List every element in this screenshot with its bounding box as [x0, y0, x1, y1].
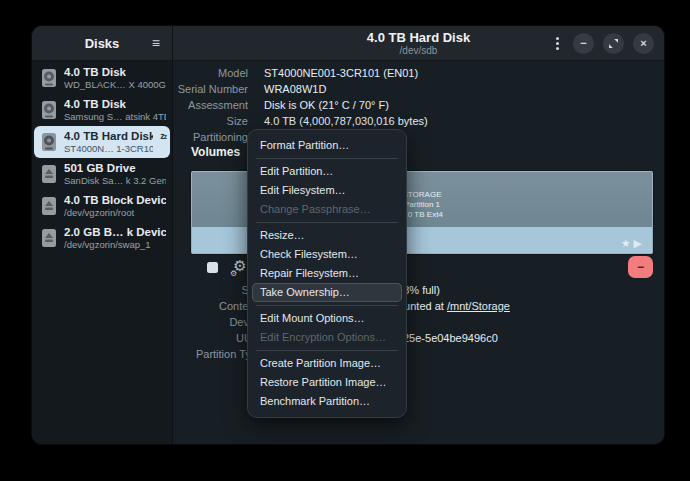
menu-item-resize[interactable]: Resize…	[248, 226, 406, 245]
sidebar-device-list: 4.0 TB Disk WD_BLACK… X 4000GB 4.0 TB Di…	[32, 61, 173, 444]
menu-item-benchmark-partition[interactable]: Benchmark Partition…	[248, 392, 406, 411]
menu-separator	[256, 305, 398, 306]
menu-item-edit-partition[interactable]: Edit Partition…	[248, 162, 406, 181]
screen: { "window": { "title": "4.0 TB Hard Disk…	[0, 0, 690, 481]
device-subtitle: ST4000N… 1-3CR101	[64, 143, 153, 154]
small-gear-icon: ⚙	[230, 269, 237, 278]
partitioning-label: Partitioning	[159, 130, 248, 144]
device-subtitle: SanDisk Sa… k 3.2 Gen1	[64, 175, 166, 186]
sidebar-item-disk-3-selected[interactable]: 4.0 TB Hard Disk ST4000N… 1-3CR101 zz	[34, 126, 170, 158]
device-title: 4.0 TB Block Device	[64, 194, 166, 207]
kebab-menu-icon[interactable]	[550, 33, 564, 53]
menu-item-edit-mount-options[interactable]: Edit Mount Options…	[248, 309, 406, 328]
model-label: Model	[159, 66, 248, 80]
device-subtitle: Samsung S… atsink 4TB	[64, 111, 166, 122]
star-icon: ★	[621, 237, 634, 249]
minimize-button[interactable]: −	[573, 33, 594, 54]
window-subtitle: /dev/sdb	[400, 45, 438, 56]
menu-item-repair-filesystem[interactable]: Repair Filesystem…	[248, 264, 406, 283]
menu-separator	[256, 158, 398, 159]
unmount-button[interactable]	[202, 257, 222, 277]
app-title: Disks	[85, 36, 120, 51]
block-device-icon	[41, 196, 57, 216]
menu-item-restore-partition-image[interactable]: Restore Partition Image…	[248, 373, 406, 392]
drive-detail-panel: Model ST4000NE001-3CR101 (EN01) Serial N…	[173, 61, 664, 444]
titlebar: Disks ≡ 4.0 TB Hard Disk /dev/sdb − ×	[32, 26, 664, 61]
sidebar-item-drive-501gb[interactable]: 501 GB Drive SanDisk Sa… k 3.2 Gen1	[34, 158, 170, 190]
sidebar-item-disk-1[interactable]: 4.0 TB Disk WD_BLACK… X 4000GB	[34, 62, 170, 94]
partition-context-menu: Format Partition… Edit Partition… Edit F…	[247, 129, 407, 418]
size-label: Size	[159, 114, 248, 128]
device-title: 4.0 TB Hard Disk	[64, 130, 153, 143]
serial-number-value: WRA08W1D	[264, 82, 326, 96]
main-header: 4.0 TB Hard Disk /dev/sdb − ×	[173, 26, 664, 60]
menu-item-check-filesystem[interactable]: Check Filesystem…	[248, 245, 406, 264]
maximize-button[interactable]	[603, 33, 624, 54]
disks-app-window: Disks ≡ 4.0 TB Hard Disk /dev/sdb − ×	[32, 26, 664, 444]
window-controls: − ×	[550, 26, 654, 60]
close-button[interactable]: ×	[633, 33, 654, 54]
serial-number-label: Serial Number	[159, 82, 248, 96]
menu-separator	[256, 222, 398, 223]
sidebar-item-disk-2[interactable]: 4.0 TB Disk Samsung S… atsink 4TB	[34, 94, 170, 126]
partition-state-icons: ★▶	[621, 237, 645, 250]
hard-disk-icon	[41, 68, 57, 88]
device-title: 2.0 GB B… k Device	[64, 226, 166, 239]
menu-item-change-passphrase: Change Passphrase…	[248, 200, 406, 219]
volume-contents-value-fragment: ounted at /mnt/Storage	[398, 299, 510, 313]
volume-uuid-value-fragment: 25e-5e04be9496c0	[403, 331, 498, 345]
device-subtitle: /dev/vgzorin/root	[64, 207, 166, 218]
assessment-value: Disk is OK (21° C / 70° F)	[264, 98, 389, 112]
sidebar-header: Disks ≡	[32, 26, 173, 60]
menu-item-create-partition-image[interactable]: Create Partition Image…	[248, 354, 406, 373]
device-title: 4.0 TB Disk	[64, 66, 166, 79]
hamburger-menu-icon[interactable]: ≡	[152, 34, 160, 52]
mount-point-link[interactable]: /mnt/Storage	[447, 300, 510, 312]
menu-item-edit-filesystem[interactable]: Edit Filesystem…	[248, 181, 406, 200]
menu-item-format-partition[interactable]: Format Partition…	[248, 136, 406, 155]
play-icon: ▶	[634, 237, 645, 249]
device-subtitle: WD_BLACK… X 4000GB	[64, 79, 166, 90]
volumes-section-title: Volumes	[191, 145, 240, 159]
hard-disk-icon	[41, 132, 57, 152]
sidebar-item-block-device-swap[interactable]: 2.0 GB B… k Device /dev/vgzorin/swap_1	[34, 222, 170, 254]
stop-icon	[207, 262, 218, 273]
size-value: 4.0 TB (4,000,787,030,016 bytes)	[264, 114, 428, 128]
menu-item-take-ownership[interactable]: Take Ownership…	[252, 283, 402, 302]
device-subtitle: /dev/vgzorin/swap_1	[64, 239, 166, 250]
device-title: 4.0 TB Disk	[64, 98, 166, 111]
block-device-icon	[41, 228, 57, 248]
assessment-label: Assessment	[159, 98, 248, 112]
window-title: 4.0 TB Hard Disk	[367, 31, 470, 45]
minus-icon: −	[637, 261, 644, 273]
hard-disk-icon	[41, 100, 57, 120]
model-value: ST4000NE001-3CR101 (EN01)	[264, 66, 418, 80]
sidebar-item-block-device-root[interactable]: 4.0 TB Block Device /dev/vgzorin/root	[34, 190, 170, 222]
app-body: 4.0 TB Disk WD_BLACK… X 4000GB 4.0 TB Di…	[32, 61, 664, 444]
removable-drive-icon	[41, 164, 57, 184]
maximize-icon	[608, 38, 619, 49]
device-title: 501 GB Drive	[64, 162, 166, 175]
menu-item-edit-encryption-options: Edit Encryption Options…	[248, 328, 406, 347]
menu-separator	[256, 350, 398, 351]
delete-partition-button[interactable]: −	[628, 256, 653, 278]
